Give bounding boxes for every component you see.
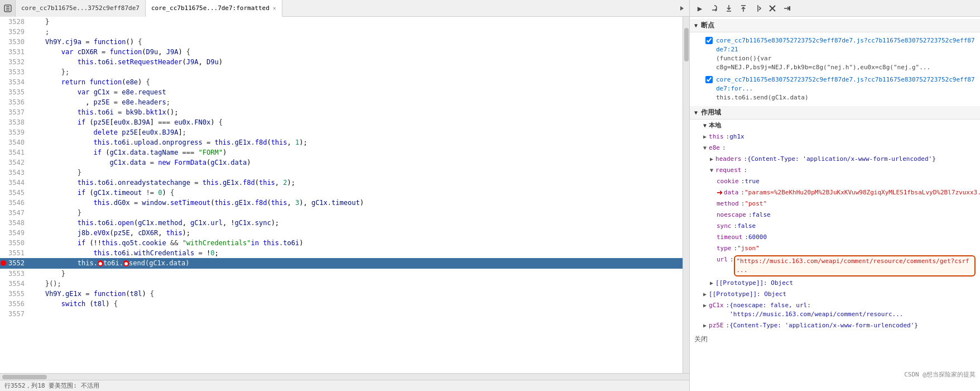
code-line-3557: 3557: [0, 309, 683, 319]
scope-pz5e[interactable]: ▶ pz5E: {Content-Type: 'application/x-ww…: [690, 320, 980, 331]
code-line-3535: 3535 var gC1x = e8e.request: [0, 87, 683, 97]
code-line-3549: 3549 j8b.eV0x(pz5E, cDX6R, this);: [0, 228, 683, 238]
e8e-triangle: ▼: [703, 144, 707, 152]
step-out-button[interactable]: [738, 3, 749, 14]
proto-outer-triangle: ▶: [703, 290, 707, 299]
noescape-val: false: [752, 211, 771, 220]
scope-e8e[interactable]: ▼ e8e:: [690, 142, 980, 154]
gc1x-val: {noescape: false, url: 'https://music.16…: [729, 301, 976, 319]
tab-2-label: core_cc7b11675e...7de7:formatted: [151, 4, 270, 12]
breakpoints-section-header[interactable]: ▼ 断点: [690, 19, 980, 32]
main-container: core_cc7b11675e...3752c9eff87de7 core_cc…: [0, 0, 980, 391]
breakpoints-label: 断点: [701, 21, 714, 30]
code-line-3548: 3548 this.to6i.open(gC1x.method, gC1x.ur…: [0, 218, 683, 228]
code-line-3539: 3539 delete pz5E[eu0x.BJ9A];: [0, 127, 683, 137]
code-line-3551: 3551 this.to6i.withCredentials = !0;: [0, 248, 683, 258]
scope-noescape: noescape: false: [690, 209, 980, 221]
continue-button[interactable]: [752, 3, 763, 14]
tab-2-close[interactable]: ✕: [273, 5, 276, 11]
headers-val: {Content-Type: 'application/x-www-form-u…: [747, 155, 936, 164]
code-line-3534: 3534 return function(e8e) {: [0, 77, 683, 87]
skip-button[interactable]: [781, 3, 792, 14]
local-label: 本地: [709, 121, 721, 130]
scope-data: ➜ data: "params=%2BeKhHu20pM%2BJuKxKVuw9…: [690, 187, 980, 198]
tab-2[interactable]: core_cc7b11675e...7de7:formatted ✕: [146, 0, 282, 17]
breakpoints-triangle: ▼: [694, 22, 698, 28]
url-val: "https://music.163.com/weapi/comment/res…: [734, 255, 976, 276]
cookie-val: true: [744, 177, 760, 186]
request-triangle: ▼: [710, 166, 713, 175]
svg-marker-4: [680, 6, 684, 11]
scope-timeout: timeout: 60000: [690, 232, 980, 243]
code-line-3544: 3544 this.to6i.onreadystatechange = this…: [0, 178, 683, 188]
headers-triangle: ▶: [710, 155, 713, 164]
code-line-3540: 3540 this.to6i.upload.onprogress = this.…: [0, 137, 683, 147]
breakpoint-item-1: core_cc7b11675e830752723752c9eff87de7.js…: [690, 35, 980, 74]
editor-panel: core_cc7b11675e...3752c9eff87de7 core_cc…: [0, 0, 690, 391]
local-section[interactable]: ▼ 本地: [690, 120, 980, 131]
scrollbar-thumb[interactable]: [684, 28, 689, 61]
code-line-3554: 3554 }();: [0, 279, 683, 289]
close-section: 关闭: [690, 331, 980, 347]
scope-proto-inner[interactable]: ▶ [[Prototype]]: Object: [690, 278, 980, 289]
code-line-3550: 3550 if (!!this.qo5t.cookie && "withCred…: [0, 238, 683, 248]
timeout-val: 60000: [748, 233, 767, 242]
code-line-3555: 3555 Vh9Y.gE1x = function(t8l) {: [0, 289, 683, 299]
code-line-3545: 3545 if (gC1x.timeout != 0) {: [0, 188, 683, 198]
code-line-3537: 3537 this.to6i = bk9b.bkt1x();: [0, 107, 683, 117]
scope-section-header[interactable]: ▼ 作用域: [690, 106, 980, 120]
local-triangle: ▼: [703, 122, 707, 128]
code-line-3547: 3547 }: [0, 208, 683, 218]
watermark: CSDN @想当探险家的提莫: [904, 370, 976, 379]
scope-url: url: "https://music.163.com/weapi/commen…: [690, 254, 980, 278]
tab-1-label: core_cc7b11675e...3752c9eff87de7: [21, 4, 140, 12]
status-bar: 行3552，列18 要美范围: 不活用: [0, 380, 689, 391]
code-line-3528: 3528 }: [0, 17, 683, 27]
tab-bar: core_cc7b11675e...3752c9eff87de7 core_cc…: [0, 0, 689, 17]
code-line-3543: 3543 }: [0, 168, 683, 178]
this-val: gh1x: [729, 132, 744, 141]
play-button[interactable]: ▶: [694, 3, 705, 14]
scope-triangle: ▼: [694, 109, 698, 116]
code-line-3542: 3542 gC1x.data = new FormData(gC1x.data): [0, 158, 683, 168]
code-line-3552: 3552 this.●to6i.●send(gC1x.data): [0, 258, 683, 269]
gc1x-triangle: ▶: [703, 301, 707, 310]
close-label[interactable]: 关闭: [694, 335, 708, 343]
bp-2-file: core_cc7b11675e830752723752c9eff87de7.js…: [716, 75, 976, 93]
scope-e8e-request[interactable]: ▼ request:: [690, 165, 980, 176]
pz5e-val: {Content-Type: 'application/x-www-form-u…: [729, 321, 918, 330]
bp-1-detail: (function(){var c8g=NEJ.P,bs9j=NEJ.F,bk9…: [716, 54, 976, 72]
scope-e8e-headers[interactable]: ▶ headers: {Content-Type: 'application/x…: [690, 154, 980, 165]
code-line-3546: 3546 this.dG0x = window.setTimeout(this.…: [0, 198, 683, 208]
scope-gc1x[interactable]: ▶ gC1x: {noescape: false, url: 'https://…: [690, 300, 980, 320]
debugger-content[interactable]: ▼ 断点 core_cc7b11675e830752723752c9eff87d…: [690, 17, 980, 391]
deactivate-button[interactable]: [767, 3, 778, 14]
step-into-button[interactable]: [723, 3, 734, 14]
forward-button[interactable]: [674, 0, 689, 17]
horizontal-scrollbar[interactable]: [0, 373, 689, 380]
vertical-scrollbar[interactable]: [683, 17, 689, 373]
step-over-button[interactable]: [709, 3, 720, 14]
scope-type: type: "json": [690, 243, 980, 254]
code-line-3532: 3532 this.to6i.setRequestHeader(J9A, D9u…: [0, 57, 683, 67]
h-scrollbar-thumb[interactable]: [2, 375, 47, 379]
breakpoint-2-checkbox[interactable]: [705, 76, 713, 83]
bp-1-file: core_cc7b11675e830752723752c9eff87de7.js…: [716, 36, 976, 54]
breakpoint-1-checkbox[interactable]: [705, 37, 713, 44]
code-area[interactable]: 3528 } 3529 ; 3530 Vh9Y.cj9a = function(…: [0, 17, 689, 373]
scope-this[interactable]: ▶ this: gh1x: [690, 131, 980, 142]
debugger-toolbar: ▶: [690, 0, 980, 17]
back-button[interactable]: [0, 0, 16, 17]
code-line-3538: 3538 if (pz5E[eu0x.BJ9A] === eu0x.FN0x) …: [0, 117, 683, 127]
code-line-3530: 3530 Vh9Y.cj9a = function() {: [0, 37, 683, 47]
code-line-3533: 3533 };: [0, 67, 683, 77]
sync-val: false: [737, 222, 756, 231]
code-line-3536: 3536 , pz5E = e8e.headers;: [0, 97, 683, 107]
method-val: "post": [744, 199, 767, 208]
tab-1[interactable]: core_cc7b11675e...3752c9eff87de7: [16, 0, 146, 17]
scope-cookie: cookie: true: [690, 176, 980, 187]
breakpoint-item-2: core_cc7b11675e830752723752c9eff87de7.js…: [690, 74, 980, 104]
scope-sync: sync: false: [690, 221, 980, 232]
scope-proto-outer[interactable]: ▶ [[Prototype]]: Object: [690, 289, 980, 300]
code-line-3553: 3553 }: [0, 269, 683, 279]
